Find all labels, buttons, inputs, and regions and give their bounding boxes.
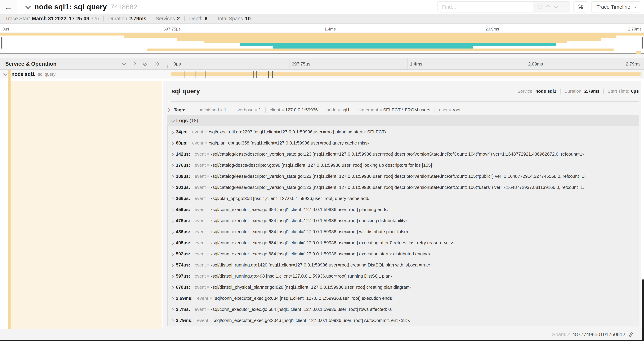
focus-match-icon[interactable]	[538, 5, 542, 9]
service-operation-title: Service & Operation	[5, 61, 56, 67]
log-row[interactable]: 366μs:event=‹sql/plan_opt.go:358 [nsql1,…	[168, 193, 639, 204]
minimap-span-bar	[273, 46, 473, 49]
expand-one-icon[interactable]	[133, 62, 136, 66]
log-row[interactable]: 189μs:event=‹sql/catalog/lease/descripto…	[168, 171, 639, 182]
log-field-value: ‹sql/distsql_running.go:498 [nsql1,clien…	[211, 273, 392, 279]
command-icon: ⌘	[578, 4, 584, 11]
collapse-trace-icon[interactable]	[26, 5, 30, 9]
log-expand-icon	[172, 218, 174, 223]
logs-header[interactable]: Logs (18)	[167, 115, 639, 126]
divider	[151, 16, 151, 21]
window-right-edge	[642, 279, 644, 341]
stat-label: Services	[156, 16, 175, 21]
minimap-tick-label: 2.79ms	[628, 27, 642, 32]
back-button[interactable]: ←	[0, 0, 17, 14]
keyboard-shortcuts-button[interactable]: ⌘	[573, 2, 588, 13]
minimap-tick-label: 697.75μs	[164, 27, 180, 32]
log-marker	[255, 71, 255, 78]
tag-value: root	[453, 107, 460, 112]
minimap-gap	[0, 54, 644, 58]
log-row[interactable]: 2.69ms:event=‹sql/conn_executor_exec.go:…	[168, 293, 639, 304]
equals-sign: =	[207, 196, 210, 201]
column-resize-grip[interactable]	[168, 65, 169, 69]
log-row[interactable]: 476μs:event=‹sql/conn_executor_exec.go:6…	[168, 215, 639, 226]
log-row[interactable]: 142μs:event=‹sql/catalog/lease/descripto…	[168, 149, 639, 160]
log-row[interactable]: 201μs:event=‹sql/catalog/lease/descripto…	[168, 182, 639, 193]
log-timestamp: 201μs:	[176, 185, 190, 190]
logs-list: 34μs:event=‹sql/exec_util.go:2297 [nsql1…	[167, 126, 639, 326]
ruler-gridline	[526, 58, 526, 70]
log-row[interactable]: 80μs:event=‹sql/plan_opt.go:358 [nsql1,c…	[168, 137, 639, 149]
logs-title: Logs	[176, 118, 188, 123]
span-collapse-icon[interactable]	[4, 72, 6, 76]
top-right-controls: ⌘ Trace Timeline	[438, 2, 641, 13]
equals-sign: =	[282, 108, 284, 112]
collapse-all-icon[interactable]	[143, 62, 146, 66]
log-marker	[627, 71, 628, 78]
log-timestamp: 574μs:	[176, 262, 190, 268]
minimap-left-scrubber[interactable]	[2, 37, 2, 49]
log-row[interactable]: 2.79ms:event=‹sql/conn_executor_exec.go:…	[168, 315, 639, 326]
span-bar-cell[interactable]	[171, 70, 644, 79]
collapse-one-icon[interactable]	[122, 62, 125, 66]
service-value: node sql1	[535, 89, 556, 94]
log-field-key: event	[197, 296, 208, 301]
trace-stat: Trace StartMarch 31 2022, 17:25:09.326	[5, 16, 99, 22]
log-expand-icon	[172, 307, 174, 312]
log-field-key: event	[197, 318, 208, 323]
next-match-icon[interactable]	[554, 5, 557, 9]
log-marker	[629, 71, 629, 78]
log-row[interactable]: 678μs:event=‹sql/distsql_physical_planne…	[168, 281, 639, 293]
equals-sign: =	[207, 174, 210, 178]
log-row[interactable]: 176μs:event=‹sql/catalog/descs/descripto…	[168, 160, 639, 171]
log-row[interactable]: 34μs:event=‹sql/exec_util.go:2297 [nsql1…	[168, 126, 639, 137]
log-row[interactable]: 459μs:event=‹sql/conn_executor_exec.go:6…	[168, 204, 639, 215]
tag-item: _unfinished=1	[196, 107, 226, 113]
span-name-cell: node sql1 sql query	[0, 70, 171, 79]
find-input[interactable]	[438, 2, 533, 12]
divider	[184, 16, 185, 21]
span-row[interactable]: node sql1 sql query	[0, 70, 644, 79]
log-expand-icon	[172, 151, 174, 157]
minimap-right-scrubber[interactable]	[642, 37, 642, 49]
log-field-key: event	[194, 174, 206, 179]
log-row[interactable]: 495μs:event=‹sql/conn_executor_exec.go:6…	[168, 237, 639, 248]
log-row[interactable]: 574μs:event=‹sql/distsql_running.go:1420…	[168, 259, 639, 270]
trace-stat: Total Spans10	[217, 16, 251, 22]
log-expand-icon	[172, 262, 174, 268]
detail-operation-title: sql query	[172, 88, 200, 95]
equals-sign: =	[207, 285, 210, 289]
log-marker	[286, 71, 286, 78]
log-expand-icon	[172, 318, 174, 323]
log-expand-icon	[172, 296, 174, 301]
tags-row[interactable]: Tags: _unfinished=1_verbose=1client=127.…	[167, 105, 639, 115]
log-row[interactable]: 2.7ms:event=‹sql/conn_executor_exec.go:6…	[168, 304, 639, 315]
log-field-value: ‹sql/catalog/descs/descriptor.go:98 [nsq…	[211, 163, 434, 168]
equals-sign: =	[338, 108, 340, 112]
log-field-key: event	[194, 185, 206, 190]
expand-all-icon[interactable]	[154, 63, 158, 65]
log-row[interactable]: 502μs:event=‹sql/conn_executor_exec.go:6…	[168, 248, 639, 259]
tag-key: statement	[358, 107, 378, 112]
logs-collapse-icon	[171, 118, 174, 123]
spanid-label: SpanID:	[552, 332, 570, 337]
deep-link-icon[interactable]	[628, 332, 634, 337]
clear-find-icon[interactable]	[562, 5, 565, 9]
span-color-accent	[8, 70, 10, 79]
log-timestamp: 597μs:	[176, 273, 190, 279]
log-row[interactable]: 486μs:event=‹sql/conn_executor_exec.go:6…	[168, 226, 639, 237]
log-timestamp: 459μs:	[176, 207, 190, 212]
equals-sign: =	[207, 185, 210, 190]
divider	[212, 16, 212, 21]
tag-item: user=root	[439, 107, 460, 113]
view-select-label: Trace Timeline	[596, 4, 630, 10]
logs-count: (18)	[190, 118, 198, 123]
view-select[interactable]: Trace Timeline	[591, 2, 641, 13]
prev-match-icon[interactable]	[547, 5, 550, 9]
log-row[interactable]: 597μs:event=‹sql/distsql_running.go:498 …	[168, 270, 639, 281]
log-field-key: event	[194, 307, 206, 312]
log-field-value: ‹sql/conn_executor_exec.go:684 [nsql1,cl…	[214, 296, 393, 301]
divider	[322, 107, 322, 113]
minimap-canvas[interactable]	[0, 33, 644, 54]
stat-label: Total Spans	[217, 16, 243, 21]
